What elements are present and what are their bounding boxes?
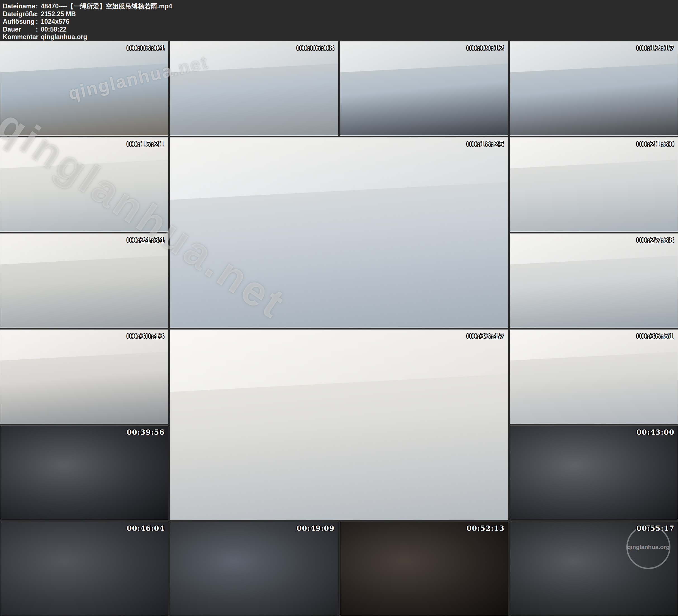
- timestamp-overlay: 00:36:51: [636, 332, 674, 340]
- field-value-filesize: 2152.25 MB: [41, 10, 678, 18]
- timestamp-overlay: 00:21:30: [636, 140, 674, 148]
- video-thumbnail-large: 00:33:47: [170, 330, 508, 520]
- timestamp-overlay: 00:06:08: [297, 44, 335, 52]
- timestamp-overlay: 00:24:34: [127, 236, 165, 244]
- video-thumbnail: 00:12:17: [510, 41, 678, 136]
- field-value-filename: 48470----【一绳所爱】空姐服吊缚杨若雨.mp4: [41, 2, 678, 10]
- video-thumbnail: 00:49:09: [170, 522, 338, 616]
- field-separator: :: [36, 18, 41, 26]
- timestamp-overlay: 00:09:12: [466, 44, 504, 52]
- video-thumbnail-large: 00:18:25: [170, 138, 508, 328]
- video-thumbnail: 00:03:04: [0, 41, 168, 136]
- timestamp-overlay: 00:43:00: [636, 428, 674, 436]
- video-thumbnail: 00:39:56: [0, 426, 168, 520]
- file-info-row-resolution: Auflösung : 1024x576: [3, 18, 678, 26]
- video-thumbnail: 00:43:00: [510, 426, 678, 520]
- file-info-row-duration: Dauer : 00:58:22: [3, 26, 678, 34]
- video-thumbnail: 00:27:38: [510, 233, 678, 328]
- timestamp-overlay: 00:12:17: [636, 44, 674, 52]
- field-label: Auflösung: [3, 18, 36, 26]
- timestamp-overlay: 00:55:17: [636, 524, 674, 533]
- thumbnail-grid: 00:03:04 00:06:08 00:09:12 00:12:17 00:1…: [0, 41, 678, 616]
- field-separator: :: [36, 33, 41, 41]
- field-value-comment: qinglanhua.org: [41, 33, 678, 41]
- video-thumbnail: 00:52:13: [340, 522, 508, 616]
- timestamp-overlay: 00:15:21: [127, 140, 165, 148]
- timestamp-overlay: 00:46:04: [127, 524, 165, 533]
- timestamp-overlay: 00:33:47: [466, 332, 504, 340]
- field-value-resolution: 1024x576: [41, 18, 678, 26]
- file-info-row-comment: Kommentar : qinglanhua.org: [3, 33, 678, 41]
- field-separator: :: [36, 10, 41, 18]
- video-thumbnail: 00:24:34: [0, 233, 168, 328]
- field-separator: :: [36, 2, 41, 10]
- field-label: Dateiname: [3, 2, 36, 10]
- timestamp-overlay: 00:52:13: [466, 524, 504, 533]
- video-thumbnail: 00:30:43: [0, 330, 168, 424]
- video-thumbnail: 00:21:30: [510, 138, 678, 232]
- field-separator: :: [36, 26, 41, 34]
- video-thumbnail: 00:36:51: [510, 330, 678, 424]
- video-thumbnail: 00:15:21: [0, 138, 168, 232]
- file-info-row-filename: Dateiname : 48470----【一绳所爱】空姐服吊缚杨若雨.mp4: [3, 2, 678, 10]
- video-thumbnail: 00:55:17: [510, 522, 678, 616]
- timestamp-overlay: 00:30:43: [127, 332, 165, 340]
- field-label: Dateigröße: [3, 10, 36, 18]
- timestamp-overlay: 00:03:04: [127, 44, 165, 52]
- field-label: Kommentar: [3, 33, 36, 41]
- file-info-row-filesize: Dateigröße : 2152.25 MB: [3, 10, 678, 18]
- timestamp-overlay: 00:49:09: [297, 524, 335, 533]
- timestamp-overlay: 00:27:38: [636, 236, 674, 244]
- video-thumbnail: 00:46:04: [0, 522, 168, 616]
- timestamp-overlay: 00:18:25: [466, 140, 504, 148]
- field-label: Dauer: [3, 26, 36, 34]
- field-value-duration: 00:58:22: [41, 26, 678, 34]
- video-thumbnail: 00:06:08: [170, 41, 338, 136]
- contact-sheet-page: { "page": { "bg": "#2b2b2b" }, "header":…: [0, 0, 678, 616]
- file-info-header: Dateiname : 48470----【一绳所爱】空姐服吊缚杨若雨.mp4 …: [0, 0, 678, 41]
- video-thumbnail: 00:09:12: [340, 41, 508, 136]
- timestamp-overlay: 00:39:56: [127, 428, 165, 436]
